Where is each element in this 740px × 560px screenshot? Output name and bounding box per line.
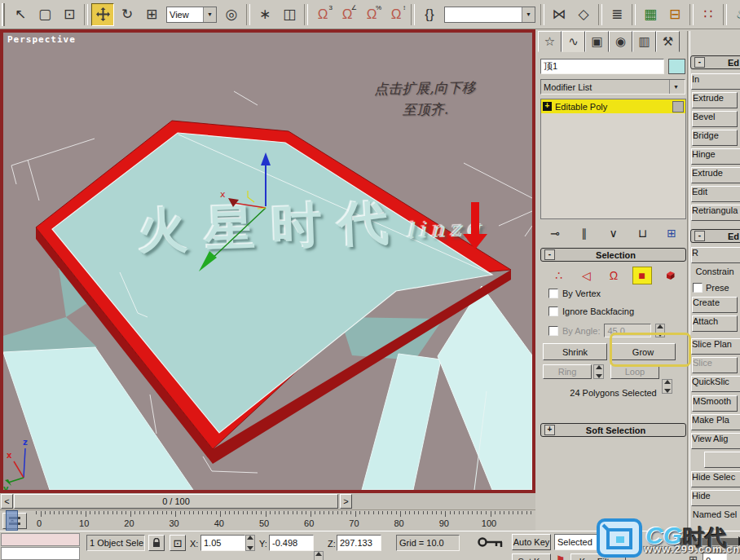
edit-polygons-button-extrude[interactable]: Extrude <box>691 167 740 183</box>
x-spinner[interactable] <box>245 535 255 551</box>
motion-tab[interactable]: ◉ <box>609 31 632 52</box>
collapse-icon[interactable]: - <box>544 249 555 260</box>
coord-system-dropdown[interactable]: View▼ <box>166 7 217 23</box>
edit-geometry-button-make-pla[interactable]: Make Pla <box>691 414 740 430</box>
configure-modifier-sets-icon[interactable]: ⊞ <box>662 227 681 240</box>
set-key-button[interactable]: Set Ke <box>512 553 551 560</box>
stack-item-editable-poly[interactable]: + Editable Poly <box>541 99 685 113</box>
ignore-backfacing-checkbox[interactable] <box>548 306 558 316</box>
modify-tab[interactable]: ∿ <box>562 31 585 52</box>
render-setup-icon[interactable]: ♨ <box>730 3 740 26</box>
scale-icon[interactable]: ⊞ <box>140 3 163 26</box>
select-region-icon[interactable]: ▢ <box>33 3 56 26</box>
edit-geometry-button-view-alig[interactable]: View Alig <box>691 433 740 449</box>
y-field[interactable]: -0.498 <box>269 535 314 551</box>
by-vertex-row[interactable]: By Vertex <box>548 289 601 298</box>
grid-toggle-icon[interactable]: ⊞ <box>689 553 698 560</box>
edit-polygons-button-extrude[interactable]: Extrude <box>692 92 738 108</box>
stack-item-state-icon[interactable] <box>672 101 684 112</box>
edit-polygons-button-hinge[interactable]: Hinge <box>691 148 740 165</box>
show-end-result-icon[interactable]: ∥ <box>575 227 594 240</box>
maxscript-listener-input[interactable] <box>1 533 80 546</box>
pin-stack-icon[interactable]: ⊸ <box>545 227 565 240</box>
perspective-viewport[interactable]: Perspective <box>0 29 535 493</box>
preserve-uvs-checkbox[interactable] <box>693 283 703 293</box>
align-icon[interactable]: ◇ <box>572 3 595 26</box>
track-bar[interactable]: 0102030405060708090100 <box>0 509 535 531</box>
edit-geometry-button-slice[interactable]: Slice <box>692 357 738 373</box>
track-bar-ruler[interactable]: 0102030405060708090100 <box>29 510 535 531</box>
edit-polygons-button-bevel[interactable]: Bevel <box>692 111 738 127</box>
remove-modifier-icon[interactable]: ⊔ <box>632 227 652 240</box>
vertex-icon[interactable]: ∴ <box>550 267 568 284</box>
object-name-field[interactable]: 顶1 <box>540 59 664 74</box>
make-unique-icon[interactable]: ∨ <box>604 227 623 240</box>
ring-spinner[interactable] <box>593 364 604 379</box>
auto-key-button[interactable]: Auto Key <box>512 534 551 550</box>
object-color-swatch[interactable] <box>668 59 685 74</box>
maxscript-listener-output[interactable] <box>1 547 80 560</box>
border-icon[interactable]: Ω <box>605 267 623 284</box>
use-pivot-center-icon[interactable]: ◎ <box>220 3 243 26</box>
chevron-down-icon[interactable]: ▼ <box>669 80 682 94</box>
by-vertex-checkbox[interactable] <box>548 289 558 298</box>
by-angle-row[interactable]: By Angle: 45.0 <box>548 324 665 337</box>
z-field[interactable]: 297.133 <box>337 535 381 551</box>
curve-editor-icon[interactable]: ▦ <box>639 3 662 26</box>
by-angle-checkbox[interactable] <box>548 326 558 336</box>
selection-filter-icon[interactable]: ⊡ <box>58 3 81 26</box>
utilities-tab[interactable]: ⚒ <box>656 31 680 52</box>
mirror-icon[interactable]: ⋈ <box>548 3 570 26</box>
edit-geometry-button-slice-plan[interactable]: Slice Plan <box>691 338 740 355</box>
x-field[interactable]: 1.05 <box>200 535 245 551</box>
expand-icon[interactable]: + <box>543 102 552 111</box>
viewport-label[interactable]: Perspective <box>7 34 76 45</box>
edit-geometry-rollout-header[interactable]: -Ed <box>690 229 740 243</box>
collapse-icon[interactable]: - <box>694 231 705 241</box>
edit-geometry-button-hide-selec[interactable]: Hide Selec <box>691 471 740 487</box>
collapse-icon[interactable]: - <box>694 57 705 68</box>
edit-geometry-button-quickslic[interactable]: QuickSlic <box>691 376 740 392</box>
edit-geometry-item-prese[interactable]: Prese <box>693 281 740 294</box>
rotate-icon[interactable]: ↻ <box>116 3 139 26</box>
ignore-backfacing-row[interactable]: Ignore Backfacing <box>548 306 634 316</box>
time-slider[interactable]: 0 / 100 <box>14 494 338 509</box>
schematic-view-icon[interactable]: ⊟ <box>663 3 686 26</box>
named-sets-icon[interactable]: {} <box>418 3 441 26</box>
snap-toggle-icon[interactable]: Ω3 <box>311 3 334 26</box>
by-angle-spinner[interactable] <box>655 324 665 337</box>
edit-polygons-button-bridge[interactable]: Bridge <box>692 130 738 146</box>
spinner-snap-icon[interactable]: Ω↕ <box>385 3 407 26</box>
material-editor-icon[interactable]: ∷ <box>697 3 720 26</box>
edit-geometry-button-msmooth[interactable]: MSmooth <box>692 395 738 412</box>
chevron-down-icon[interactable]: ▼ <box>522 7 535 22</box>
keyboard-override-icon[interactable]: ◫ <box>278 3 301 26</box>
angle-snap-icon[interactable]: Ω∠ <box>336 3 359 26</box>
element-icon[interactable] <box>661 267 679 284</box>
percent-snap-icon[interactable]: Ω% <box>360 3 383 26</box>
edit-polygons-button-edit[interactable]: Edit <box>691 186 740 202</box>
previous-frame-button[interactable]: < <box>1 494 13 509</box>
selection-rollout-header[interactable]: - Selection <box>540 248 686 262</box>
modifier-list-dropdown[interactable]: Modifier List ▼ <box>540 79 685 95</box>
edit-polygons-button-in[interactable]: In <box>691 73 740 90</box>
selection-lock-icon[interactable] <box>148 535 165 551</box>
edge-icon[interactable]: ◁ <box>577 267 595 284</box>
select-icon[interactable]: ↖ <box>9 3 32 26</box>
create-tab[interactable]: ☆ <box>538 31 562 52</box>
edit-geometry-button-blank[interactable] <box>704 452 740 468</box>
modifier-stack[interactable]: + Editable Poly <box>540 99 686 219</box>
grow-button[interactable]: Grow <box>610 343 676 360</box>
soft-selection-rollout-header[interactable]: + Soft Selection <box>540 423 686 437</box>
edit-geometry-button-attach[interactable]: Attach <box>692 315 738 332</box>
edit-polygons-button-retriangula[interactable]: Retriangula <box>691 205 740 221</box>
ring-button[interactable]: Ring <box>543 364 592 379</box>
hierarchy-tab[interactable]: ▣ <box>585 31 609 52</box>
chevron-down-icon[interactable]: ▼ <box>619 535 632 549</box>
by-angle-field[interactable]: 45.0 <box>604 324 651 337</box>
edit-geometry-button-create[interactable]: Create <box>692 297 738 313</box>
key-filter-flag-icon[interactable]: ⚑ <box>556 553 566 560</box>
set-keys-icon[interactable] <box>477 533 504 553</box>
chevron-down-icon[interactable]: ▼ <box>203 7 216 22</box>
display-tab[interactable]: ▥ <box>632 31 656 52</box>
